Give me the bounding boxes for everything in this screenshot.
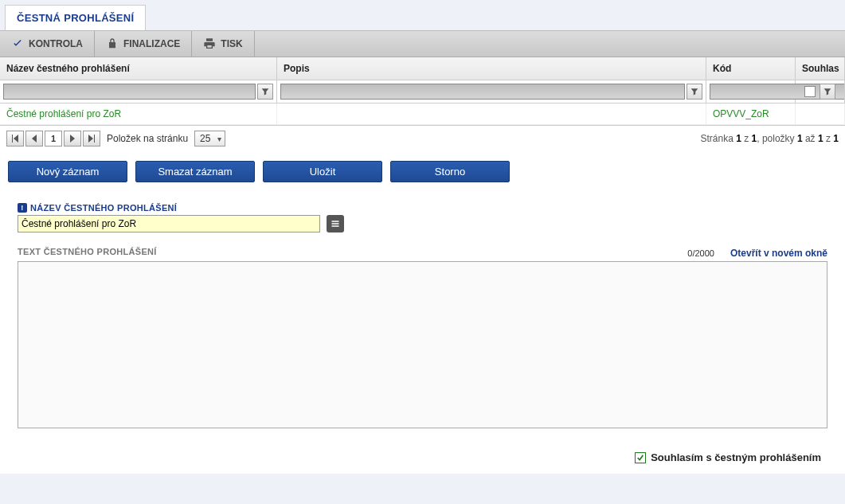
svg-rect-1 — [332, 223, 339, 225]
nazev-field-label: ! NÁZEV ČESTNÉHO PROHLÁŠENÍ — [18, 203, 827, 213]
open-new-window-link[interactable]: Otevřít v novém okně — [730, 248, 827, 259]
smazat-zaznam-button[interactable]: Smazat záznam — [135, 161, 255, 182]
filter-nazev-button[interactable] — [257, 84, 273, 100]
check-icon — [11, 37, 24, 50]
grid: Název čestného prohlášení Popis Kód Souh… — [0, 57, 845, 151]
finalizace-label: FINALIZACE — [123, 38, 180, 49]
char-count: 0/2000 — [687, 248, 730, 258]
print-icon — [203, 37, 216, 50]
header-popis[interactable]: Popis — [277, 57, 706, 80]
filter-icon — [690, 88, 698, 96]
header-souhlas[interactable]: Souhlas — [796, 57, 845, 80]
kontrola-button[interactable]: KONTROLA — [0, 31, 95, 57]
filter-nazev-input[interactable] — [3, 84, 256, 100]
svg-rect-2 — [332, 225, 339, 227]
pager-last-button[interactable] — [83, 131, 100, 147]
last-icon — [88, 135, 96, 143]
consent-checkbox[interactable]: Souhlasím s čestným prohlášením — [635, 451, 821, 463]
nazev-input[interactable] — [18, 215, 320, 232]
header-kod[interactable]: Kód — [706, 57, 796, 80]
toolbar: KONTROLA FINALIZACE TISK — [0, 30, 845, 57]
checkbox-icon — [635, 452, 646, 463]
action-buttons: Nový záznam Smazat záznam Uložit Storno — [0, 151, 845, 189]
list-icon — [331, 219, 340, 229]
novy-zaznam-button[interactable]: Nový záznam — [8, 161, 127, 182]
grid-filter-row — [0, 80, 845, 104]
filter-souhlas-checkbox[interactable] — [804, 86, 816, 97]
next-icon — [69, 135, 76, 143]
pager-summary: Stránka 1 z 1, položky 1 až 1 z 1 — [700, 133, 839, 144]
filter-icon — [823, 88, 831, 96]
lock-icon — [106, 37, 119, 50]
consent-label: Souhlasím s čestným prohlášením — [651, 451, 821, 463]
pager-prev-button[interactable] — [25, 131, 43, 147]
list-picker-button[interactable] — [327, 215, 344, 232]
filter-icon — [261, 88, 269, 96]
page-size-select[interactable]: 25 — [194, 131, 225, 147]
tisk-label: TISK — [221, 38, 242, 49]
pager-next-button[interactable] — [64, 131, 81, 147]
cell-popis — [277, 104, 706, 124]
required-badge: ! — [18, 203, 27, 213]
tisk-button[interactable]: TISK — [192, 31, 254, 57]
svg-rect-0 — [332, 221, 339, 222]
page-size-label: Položek na stránku — [107, 133, 188, 144]
prev-icon — [31, 135, 37, 143]
filter-souhlas-button[interactable] — [820, 84, 835, 100]
storno-button[interactable]: Storno — [390, 161, 510, 182]
cell-nazev: Čestné prohlášení pro ZoR — [0, 104, 277, 124]
pager-bar: 1 Položek na stránku 25 Stránka 1 z 1, p… — [0, 125, 845, 151]
first-icon — [11, 135, 19, 143]
finalizace-button[interactable]: FINALIZACE — [95, 31, 192, 57]
cell-souhlas — [796, 104, 845, 124]
header-nazev[interactable]: Název čestného prohlášení — [0, 57, 277, 80]
table-row[interactable]: Čestné prohlášení pro ZoR OPVVV_ZoR — [0, 104, 845, 125]
text-field-label: TEXT ČESTNÉHO PROHLÁŠENÍ — [18, 247, 157, 256]
text-textarea[interactable] — [18, 261, 827, 428]
form-area: ! NÁZEV ČESTNÉHO PROHLÁŠENÍ TEXT ČESTNÉH… — [0, 189, 845, 442]
cell-kod: OPVVV_ZoR — [706, 104, 796, 124]
kontrola-label: KONTROLA — [29, 38, 83, 49]
filter-popis-button[interactable] — [687, 84, 702, 100]
tab-cestna-prohlaseni[interactable]: ČESTNÁ PROHLÁŠENÍ — [5, 5, 146, 30]
tab-bar: ČESTNÁ PROHLÁŠENÍ — [0, 0, 845, 30]
pager-first-button[interactable] — [6, 131, 24, 147]
grid-header: Název čestného prohlášení Popis Kód Souh… — [0, 57, 845, 80]
pager-page-number[interactable]: 1 — [45, 131, 62, 147]
ulozit-button[interactable]: Uložit — [263, 161, 382, 182]
consent-row: Souhlasím s čestným prohlášením — [0, 442, 845, 474]
filter-popis-input[interactable] — [280, 84, 685, 100]
